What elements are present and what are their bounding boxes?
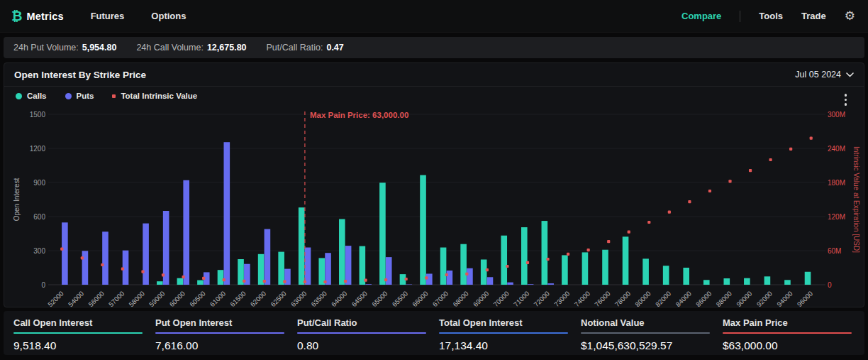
svg-text:61000: 61000 bbox=[208, 290, 227, 307]
stat-card-put-open-interest: Put Open Interest7,616.00 bbox=[155, 317, 297, 355]
stat-underline bbox=[581, 332, 710, 334]
svg-text:69000: 69000 bbox=[472, 290, 490, 307]
call-volume-value: 12,675.80 bbox=[207, 43, 247, 53]
stat-value: 7,616.00 bbox=[155, 339, 284, 352]
svg-text:900: 900 bbox=[33, 179, 45, 187]
legend-swatch-icon bbox=[16, 93, 22, 99]
nav-item-options[interactable]: Options bbox=[151, 11, 186, 21]
put-call-ratio-stat: Put/Call Ratio: 0.47 bbox=[267, 43, 344, 53]
stat-card-max-pain-price: Max Pain Price$63,000.00 bbox=[723, 317, 864, 355]
top-navbar: ₿ Metrics Futures Options Compare Tools … bbox=[0, 0, 868, 33]
stat-value: 17,134.40 bbox=[439, 339, 568, 352]
stat-value: $63,000.00 bbox=[723, 339, 852, 352]
svg-text:Open Interest: Open Interest bbox=[13, 178, 21, 221]
stat-label: Total Open Interest bbox=[439, 317, 568, 328]
chart-menu-kebab-icon[interactable] bbox=[843, 92, 849, 107]
put-volume-label: 24h Put Volume: bbox=[13, 43, 79, 53]
svg-text:90000: 90000 bbox=[735, 290, 753, 307]
stat-card-put-call-ratio: Put/Call Ratio0.80 bbox=[297, 317, 439, 355]
nav-item-tools[interactable]: Tools bbox=[759, 11, 783, 21]
svg-text:240M: 240M bbox=[828, 145, 845, 153]
svg-text:70000: 70000 bbox=[491, 290, 510, 307]
nav-item-compare[interactable]: Compare bbox=[681, 11, 721, 21]
date-selector-value: Jul 05 2024 bbox=[795, 70, 841, 80]
svg-text:60M: 60M bbox=[828, 247, 841, 255]
main-nav: Futures Options bbox=[91, 11, 187, 21]
stat-value: 0.80 bbox=[297, 339, 426, 352]
svg-text:62500: 62500 bbox=[269, 290, 287, 307]
chevron-down-icon bbox=[846, 72, 854, 77]
stat-card-call-open-interest: Call Open Interest9,518.40 bbox=[13, 317, 155, 355]
svg-text:1200: 1200 bbox=[30, 145, 46, 153]
stat-label: Put Open Interest bbox=[155, 317, 284, 328]
svg-text:76000: 76000 bbox=[593, 290, 611, 307]
svg-text:86000: 86000 bbox=[694, 290, 713, 307]
svg-text:62000: 62000 bbox=[249, 290, 267, 307]
stat-underline bbox=[297, 332, 426, 334]
svg-text:52000: 52000 bbox=[46, 290, 65, 307]
stat-underline bbox=[723, 332, 852, 334]
put-call-ratio-label: Put/Call Ratio: bbox=[267, 43, 323, 53]
chart-legend: CallsPutsTotal Intrinsic Value bbox=[16, 92, 197, 100]
brand-logo[interactable]: ₿ Metrics bbox=[11, 9, 64, 23]
svg-text:120M: 120M bbox=[828, 213, 845, 221]
chart-body: CallsPutsTotal Intrinsic Value 030060090… bbox=[4, 87, 864, 307]
svg-text:180M: 180M bbox=[828, 179, 845, 187]
svg-text:1500: 1500 bbox=[30, 111, 46, 119]
svg-text:59000: 59000 bbox=[148, 290, 166, 307]
svg-text:60000: 60000 bbox=[168, 290, 187, 307]
svg-text:65000: 65000 bbox=[370, 290, 389, 307]
legend-label: Puts bbox=[77, 92, 94, 100]
svg-text:300: 300 bbox=[33, 247, 45, 255]
stat-underline bbox=[439, 332, 568, 334]
open-interest-panel: Open Interest By Strike Price Jul 05 202… bbox=[4, 62, 864, 307]
open-interest-chart: 030060090012001500060M120M180M240M300MOp… bbox=[4, 87, 864, 307]
legend-item-calls[interactable]: Calls bbox=[16, 92, 47, 100]
put-call-ratio-value: 0.47 bbox=[326, 43, 343, 53]
call-volume-label: 24h Call Volume: bbox=[136, 43, 204, 53]
svg-text:61500: 61500 bbox=[228, 290, 247, 307]
stat-card-total-open-interest: Total Open Interest17,134.40 bbox=[439, 317, 581, 355]
svg-text:73000: 73000 bbox=[552, 290, 571, 307]
svg-text:0: 0 bbox=[41, 281, 45, 289]
svg-text:57000: 57000 bbox=[107, 290, 126, 307]
svg-text:58000: 58000 bbox=[127, 290, 145, 307]
svg-text:67000: 67000 bbox=[431, 290, 450, 307]
legend-label: Total Intrinsic Value bbox=[121, 92, 197, 100]
svg-text:68000: 68000 bbox=[451, 290, 469, 307]
svg-text:Intrinsic Value at Expiration: Intrinsic Value at Expiration [USD] bbox=[852, 146, 860, 253]
nav-item-futures[interactable]: Futures bbox=[91, 11, 125, 21]
svg-text:82000: 82000 bbox=[654, 290, 672, 307]
nav-item-trade[interactable]: Trade bbox=[801, 11, 826, 21]
svg-text:0: 0 bbox=[828, 281, 832, 289]
stat-label: Notional Value bbox=[581, 317, 710, 328]
svg-text:78000: 78000 bbox=[613, 290, 632, 307]
svg-text:84000: 84000 bbox=[674, 290, 692, 307]
settings-gear-icon[interactable]: ⚙ bbox=[845, 10, 855, 22]
svg-text:72000: 72000 bbox=[532, 290, 550, 307]
svg-text:Max Pain Price: 63,000.00: Max Pain Price: 63,000.00 bbox=[310, 111, 408, 119]
legend-swatch-icon bbox=[112, 94, 116, 98]
legend-item-total-intrinsic-value[interactable]: Total Intrinsic Value bbox=[112, 92, 197, 100]
svg-text:94000: 94000 bbox=[775, 290, 794, 307]
stat-value: $1,045,630,529.57 bbox=[581, 339, 710, 352]
svg-text:300M: 300M bbox=[828, 111, 845, 119]
chart-panel-header: Open Interest By Strike Price Jul 05 202… bbox=[4, 63, 864, 87]
summary-stats-panel: Call Open Interest9,518.40Put Open Inter… bbox=[4, 311, 864, 355]
svg-text:66000: 66000 bbox=[411, 290, 429, 307]
legend-label: Calls bbox=[27, 92, 47, 100]
svg-text:88000: 88000 bbox=[714, 290, 733, 307]
stat-underline bbox=[13, 332, 143, 334]
volume-summary-bar: 24h Put Volume: 5,954.80 24h Call Volume… bbox=[4, 37, 864, 58]
legend-item-puts[interactable]: Puts bbox=[65, 92, 94, 100]
date-selector[interactable]: Jul 05 2024 bbox=[795, 70, 854, 80]
call-volume-stat: 24h Call Volume: 12,675.80 bbox=[136, 43, 246, 53]
stat-label: Put/Call Ratio bbox=[297, 317, 426, 328]
stat-label: Max Pain Price bbox=[723, 317, 852, 328]
legend-swatch-icon bbox=[65, 93, 72, 99]
svg-text:56000: 56000 bbox=[87, 290, 105, 307]
svg-text:64000: 64000 bbox=[330, 290, 348, 307]
svg-text:54000: 54000 bbox=[67, 290, 85, 307]
nav-right: Compare Tools Trade ⚙ bbox=[681, 10, 855, 22]
svg-text:74000: 74000 bbox=[573, 290, 591, 307]
